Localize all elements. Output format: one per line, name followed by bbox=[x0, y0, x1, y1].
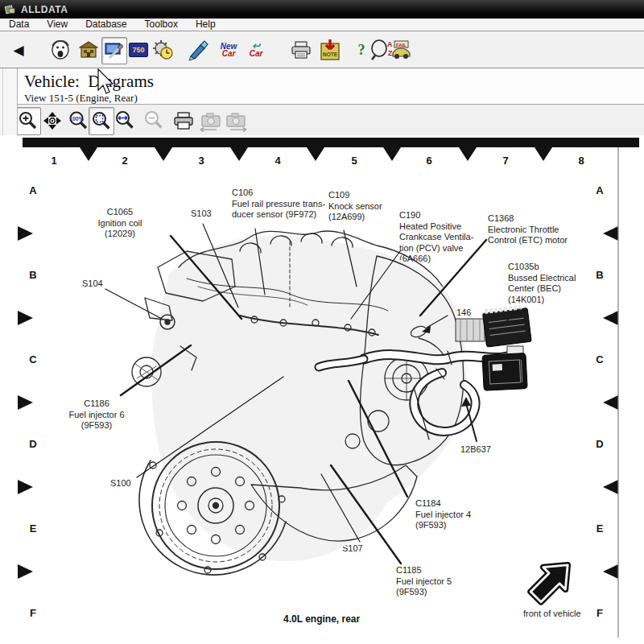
callout-c1368: C1368Electronic ThrottleControl (ETC) mo… bbox=[488, 213, 568, 246]
callout-s107: S107 bbox=[342, 543, 363, 555]
gear-clock-icon[interactable] bbox=[151, 37, 175, 63]
zoom-out-icon[interactable] bbox=[142, 107, 166, 134]
viewer-toolbar: 100% bbox=[0, 104, 644, 138]
paint-tool-icon[interactable] bbox=[187, 37, 211, 63]
grid-col-7: 7 bbox=[497, 155, 514, 167]
page-title: Vehicle: Diagrams bbox=[24, 72, 154, 92]
menu-view[interactable]: View bbox=[38, 19, 76, 31]
callout-s103: S103 bbox=[191, 208, 212, 220]
callout-s100: S100 bbox=[110, 478, 131, 489]
callout-c1184: C1184Fuel injector 4(9F593) bbox=[415, 498, 471, 531]
callout-c1186: C1186Fuel injector 6(9F593) bbox=[56, 398, 137, 431]
assistant-face-icon[interactable] bbox=[48, 37, 72, 63]
svg-text:NOTE: NOTE bbox=[323, 52, 338, 57]
grid-row-f-right: F bbox=[593, 607, 606, 619]
grid-row-f-left: F bbox=[27, 607, 39, 619]
zoom-area-icon[interactable] bbox=[89, 107, 114, 135]
diagram-caption: 4.0L engine, rear bbox=[283, 613, 360, 625]
grid-row-e-left: E bbox=[27, 522, 39, 535]
grid-row-a-right: A bbox=[593, 184, 606, 196]
grid-col-6: 6 bbox=[421, 155, 437, 167]
menu-toolbox[interactable]: Toolbox bbox=[136, 19, 187, 31]
menu-bar: Data View Database Toolbox Help bbox=[0, 19, 644, 31]
back-arrow-icon[interactable]: ◀ bbox=[10, 37, 27, 63]
callout-c190: C190Heated PositiveCrankcase Ventila-tio… bbox=[399, 210, 473, 265]
pan-icon[interactable] bbox=[40, 107, 64, 134]
title-bar[interactable]: ALLDATA bbox=[0, 0, 644, 19]
note-download-icon[interactable]: NOTE bbox=[319, 37, 341, 63]
zoom-100-icon[interactable]: 100% bbox=[67, 107, 91, 134]
callout-s106: S106 bbox=[419, 441, 440, 452]
new-car-icon[interactable]: New Car bbox=[216, 37, 242, 63]
alldata-window: ALLDATA Data View Database Toolbox Help … bbox=[0, 0, 644, 644]
callout-c109: C109Knock sensor(12A699) bbox=[328, 190, 382, 223]
grid-row-b-right: B bbox=[593, 269, 606, 281]
grid-row-a-left: A bbox=[27, 184, 39, 196]
grid-col-3: 3 bbox=[193, 155, 209, 167]
grid-row-d-left: D bbox=[27, 438, 39, 450]
diagram-stage[interactable]: 1 2 3 4 5 6 7 8 A B C D E F A B C D E F … bbox=[0, 135, 644, 644]
front-of-vehicle-label: front of vehicle bbox=[523, 609, 581, 618]
vehicle-header: Vehicle: Diagrams View 151-5 (Engine, Re… bbox=[0, 68, 644, 105]
callout-c146: C146 bbox=[450, 308, 471, 319]
menu-help[interactable]: Help bbox=[187, 19, 225, 31]
fail-car-icon[interactable]: FAIL bbox=[389, 37, 415, 63]
grid-row-b-left: B bbox=[27, 269, 39, 281]
grid-row-e-right: E bbox=[593, 522, 606, 535]
help-key-icon[interactable]: ? bbox=[354, 37, 369, 63]
printer-icon[interactable] bbox=[290, 37, 312, 63]
svg-text:FAIL: FAIL bbox=[396, 43, 407, 47]
callout-c1035b: C1035bBussed ElectricalCenter (BEC)(14K0… bbox=[508, 262, 576, 305]
callout-c1185: C1185Fuel injector 5(9F593) bbox=[396, 565, 452, 598]
diagram-tools-icon[interactable] bbox=[101, 37, 127, 64]
car-return-icon[interactable]: ↩ Car bbox=[243, 37, 269, 63]
print-icon[interactable] bbox=[171, 107, 196, 134]
image-next-icon[interactable] bbox=[224, 107, 248, 134]
grid-row-c-left: C bbox=[27, 353, 39, 365]
grid-col-8: 8 bbox=[573, 155, 589, 167]
callout-c1065: C1065Ignition coil(12029) bbox=[76, 207, 163, 240]
grid-col-1: 1 bbox=[46, 155, 62, 167]
svg-text:100%: 100% bbox=[69, 116, 85, 122]
callout-12b637: 12B637 bbox=[460, 444, 491, 456]
callout-s104: S104 bbox=[82, 279, 103, 290]
window-title: ALLDATA bbox=[21, 4, 68, 15]
grid-row-d-right: D bbox=[593, 438, 606, 450]
grid-col-2: 2 bbox=[117, 155, 133, 167]
menu-data[interactable]: Data bbox=[0, 19, 38, 31]
zoom-width-icon[interactable] bbox=[113, 107, 137, 134]
home-building-icon[interactable] bbox=[78, 37, 99, 63]
alldata-logo-icon bbox=[4, 4, 16, 15]
grid-col-4: 4 bbox=[270, 155, 286, 167]
grid-row-c-right: C bbox=[593, 353, 606, 365]
grid-col-5: 5 bbox=[346, 155, 362, 167]
image-prev-icon[interactable] bbox=[199, 107, 223, 134]
callout-c106: C106Fuel rail pressure trans-ducer senso… bbox=[232, 188, 325, 221]
main-toolbar: ◀ 75 bbox=[0, 31, 644, 68]
labor-750-icon[interactable]: 750 bbox=[127, 37, 150, 63]
view-subtitle: View 151-5 (Engine, Rear) bbox=[24, 92, 138, 105]
zoom-in-icon[interactable] bbox=[15, 107, 41, 135]
menu-database[interactable]: Database bbox=[76, 19, 135, 31]
